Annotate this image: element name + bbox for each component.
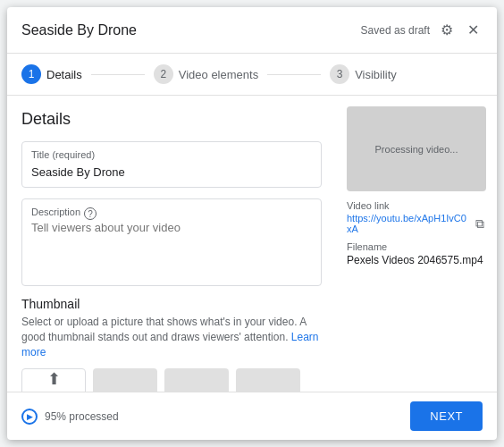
video-link-row: https://youtu.be/xApH1IvC0xA ⧉ xyxy=(347,213,486,234)
step-1: 1 Details xyxy=(21,64,82,84)
saved-draft-label: Saved as draft xyxy=(361,24,430,37)
thumbnail-preview-2[interactable] xyxy=(164,368,229,392)
copy-icon: ⧉ xyxy=(475,216,484,231)
steps-bar: 1 Details 2 Video elements 3 Visibility xyxy=(7,54,497,96)
close-icon: ✕ xyxy=(467,21,479,38)
thumbnail-preview-1[interactable] xyxy=(93,368,157,392)
left-panel: Details Title (required) Description ? T… xyxy=(7,96,336,392)
step-3-circle: 3 xyxy=(330,64,349,84)
step-1-circle: 1 xyxy=(21,64,41,84)
modal-body: Details Title (required) Description ? T… xyxy=(7,96,497,392)
progress-text: 95% processed xyxy=(45,410,119,423)
section-title: Details xyxy=(21,110,322,129)
upload-modal: Seaside By Drone Saved as draft ⚙ ✕ 1 De… xyxy=(7,7,497,440)
step-connector-2 xyxy=(267,74,321,75)
progress-icon: ▶ xyxy=(21,409,38,425)
copy-link-button[interactable]: ⧉ xyxy=(474,215,486,233)
step-3: 3 Visibility xyxy=(330,64,397,84)
description-header: Description ? xyxy=(31,207,312,221)
settings-icon: ⚙ xyxy=(441,21,453,38)
step-3-label: Visibility xyxy=(355,68,397,81)
help-icon[interactable]: ? xyxy=(84,207,97,220)
title-input[interactable] xyxy=(31,165,312,179)
description-label: Description xyxy=(31,207,80,217)
thumbnail-options: ⬆ Upload thumbnail xyxy=(21,368,322,392)
thumbnail-preview-3[interactable] xyxy=(236,368,300,392)
video-preview: Processing video... xyxy=(347,106,486,191)
right-panel: Processing video... Video link https://y… xyxy=(336,96,497,392)
description-input[interactable] xyxy=(31,221,312,274)
upload-thumbnail-button[interactable]: ⬆ Upload thumbnail xyxy=(21,368,86,392)
description-field-group: Description ? xyxy=(21,198,322,286)
footer-left: ▶ 95% processed xyxy=(21,409,119,425)
header-right: Saved as draft ⚙ ✕ xyxy=(361,18,483,42)
modal-header: Seaside By Drone Saved as draft ⚙ ✕ xyxy=(7,7,497,54)
thumbnail-title: Thumbnail xyxy=(21,297,322,311)
filename-value: Pexels Videos 2046575.mp4 xyxy=(347,254,486,266)
step-2: 2 Video elements xyxy=(154,64,258,84)
video-link-label: Video link xyxy=(347,200,486,211)
thumbnail-section: Thumbnail Select or upload a picture tha… xyxy=(21,297,322,392)
video-link[interactable]: https://youtu.be/xApH1IvC0xA xyxy=(347,213,470,234)
next-button[interactable]: NEXT xyxy=(410,401,483,431)
thumbnail-description: Select or upload a picture that shows wh… xyxy=(21,315,322,359)
modal-title: Seaside By Drone xyxy=(21,22,137,38)
step-connector-1 xyxy=(91,74,145,75)
step-1-label: Details xyxy=(46,68,82,81)
filename-label: Filename xyxy=(347,241,486,252)
settings-icon-button[interactable]: ⚙ xyxy=(437,18,457,42)
title-label: Title (required) xyxy=(31,149,312,160)
step-2-circle: 2 xyxy=(154,64,173,84)
title-field-group: Title (required) xyxy=(21,141,322,188)
upload-icon: ⬆ xyxy=(47,369,61,389)
step-2-label: Video elements xyxy=(179,68,258,81)
modal-footer: ▶ 95% processed NEXT xyxy=(7,392,497,440)
processing-text: Processing video... xyxy=(375,144,458,155)
close-button[interactable]: ✕ xyxy=(464,18,483,42)
